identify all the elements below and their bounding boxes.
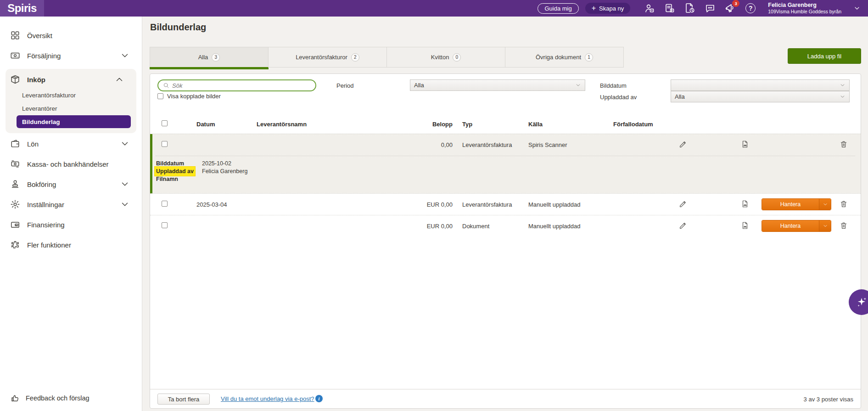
select-all-checkbox[interactable] (162, 120, 168, 126)
tab-leverantorsfakturor[interactable]: Leverantörsfakturor 2 (268, 47, 387, 68)
sidebar-item-fler-funktioner[interactable]: Fler funktioner (0, 236, 142, 253)
cash-icon (10, 159, 20, 169)
sidebar-spacer (0, 253, 142, 391)
row-checkbox[interactable] (162, 141, 168, 147)
reports-icon[interactable] (684, 3, 695, 14)
user-menu[interactable]: Felicia Garenberg 109Visma Humble Goddes… (768, 2, 841, 15)
cell-typ: Leverantörsfaktura (462, 141, 512, 148)
question-glyph: ? (745, 3, 756, 13)
upload-file-button[interactable]: Ladda upp fil (788, 48, 861, 64)
chevron-down-icon (840, 82, 846, 88)
view-image-button[interactable] (740, 199, 750, 209)
documents-icon[interactable] (664, 3, 675, 14)
chevron-down-icon[interactable] (819, 199, 831, 210)
tab-ovriga-dokument[interactable]: Övriga dokument 1 (505, 47, 624, 68)
sidebar-item-leverantorsfakturor[interactable]: Leverantörsfakturor (17, 89, 131, 101)
help-icon[interactable]: ? (745, 3, 756, 14)
search-icon (163, 82, 169, 89)
sidebar-item-forsaljning[interactable]: Försäljning (0, 47, 142, 64)
chevron-down-icon[interactable] (853, 5, 861, 12)
sidebar-label: Översikt (27, 32, 52, 39)
sidebar-label: Fler funktioner (27, 241, 71, 249)
wallet-icon (10, 139, 20, 149)
sidebar-item-finansiering[interactable]: Finansiering (0, 216, 142, 233)
bilddatum-select[interactable] (671, 79, 850, 91)
row-divider (156, 156, 855, 156)
chevron-down-icon[interactable] (819, 220, 831, 231)
sidebar-label: Bildunderlag (22, 118, 60, 125)
header-datum: Datum (196, 121, 215, 128)
spiris-logo[interactable]: Spiris (0, 0, 44, 17)
cell-belopp: EUR 0,00 (385, 201, 453, 208)
user-name: Felicia Garenberg (768, 2, 841, 9)
cell-typ: Leverantörsfaktura (462, 201, 512, 208)
sidebar-item-bildunderlag[interactable]: Bildunderlag (17, 115, 131, 128)
search-box (157, 79, 316, 91)
image-document-icon (741, 140, 749, 148)
announcements-icon[interactable]: 3 (725, 3, 736, 14)
sidebar-item-oversikt[interactable]: Översikt (0, 27, 142, 44)
sidebar-item-leverantorer[interactable]: Leverantörer (17, 102, 131, 115)
tab-kvitton[interactable]: Kvitton 0 (386, 47, 505, 68)
detail-value: 2025-10-02 (202, 160, 231, 167)
sidebar-label: Leverantörer (22, 105, 57, 112)
show-linked-images-checkbox[interactable] (157, 93, 163, 99)
sidebar-label: Kassa- och bankhändelser (27, 160, 109, 168)
tab-alla[interactable]: Alla 3 (150, 47, 269, 68)
sidebar-item-inkop[interactable]: Inköp (6, 71, 136, 88)
uppladdad-av-select[interactable]: Alla (671, 91, 850, 102)
header-typ: Typ (462, 121, 472, 128)
view-image-button[interactable] (740, 220, 750, 231)
hantera-label: Hantera (762, 220, 819, 231)
wallet-card-icon (10, 220, 20, 230)
cell-typ: Dokument (462, 223, 489, 230)
cell-belopp: 0,00 (385, 141, 453, 148)
hantera-button[interactable]: Hantera (762, 220, 831, 232)
period-select-value: Alla (414, 82, 424, 89)
email-documents-link[interactable]: Vill du ta emot underlag via e-post? (221, 395, 314, 402)
sidebar-item-installningar[interactable]: Inställningar (0, 196, 142, 213)
hantera-button[interactable]: Hantera (762, 198, 831, 210)
feedback-link[interactable]: Feedback och förslag (0, 391, 142, 405)
tab-bar: Alla 3 Leverantörsfakturor 2 Kvitton 0 Ö… (150, 47, 624, 68)
edit-button[interactable] (678, 199, 688, 209)
table-row[interactable]: 2025-03-04 EUR 0,00 Leverantörsfaktura M… (150, 193, 861, 215)
row-checkbox[interactable] (162, 201, 168, 207)
tab-count-badge: 2 (351, 53, 359, 62)
period-select[interactable]: Alla (410, 79, 585, 91)
edit-button[interactable] (678, 220, 688, 231)
search-input[interactable] (172, 82, 311, 89)
sidebar-label: Finansiering (27, 221, 65, 229)
cell-belopp: EUR 0,00 (385, 223, 453, 230)
chat-icon[interactable] (705, 3, 716, 14)
guide-me-button[interactable]: Guida mig (538, 3, 578, 14)
user-admin-icon[interactable] (644, 3, 655, 14)
create-new-button[interactable]: + Skapa ny (585, 3, 631, 14)
edit-button[interactable] (678, 139, 688, 149)
table-row[interactable]: 0,00 Leverantörsfaktura Spiris Scanner (150, 134, 861, 155)
stamp-icon (10, 179, 20, 189)
sidebar-item-kassa-bank[interactable]: Kassa- och bankhändelser (0, 155, 142, 173)
bilddatum-label: Bilddatum (600, 82, 627, 89)
delete-multiple-button[interactable]: Ta bort flera (157, 394, 210, 405)
table-header: Datum Leverantörsnamn Belopp Typ Källa F… (150, 118, 861, 131)
detail-label: Filnamn (156, 176, 178, 182)
trash-icon (840, 200, 848, 208)
detail-filnamn: Filnamn (156, 176, 178, 183)
pencil-icon (679, 200, 687, 208)
row-checkbox[interactable] (162, 222, 168, 228)
detail-value: Felicia Garenberg (202, 168, 247, 175)
sidebar-item-bokforing[interactable]: Bokföring (0, 175, 142, 193)
sidebar-item-lon[interactable]: Lön (0, 135, 142, 152)
records-count: 3 av 3 poster visas (804, 396, 853, 403)
table-row[interactable]: EUR 0,00 Dokument Manuellt uppladdad Han… (150, 215, 861, 236)
info-icon[interactable]: i (315, 395, 323, 402)
feedback-label: Feedback och förslag (26, 394, 90, 402)
tab-label: Övriga dokument (536, 54, 581, 61)
trash-icon (840, 140, 848, 148)
delete-button[interactable] (839, 220, 849, 231)
pencil-icon (679, 140, 687, 148)
delete-button[interactable] (839, 139, 849, 149)
view-image-button[interactable] (740, 139, 750, 149)
delete-button[interactable] (839, 199, 849, 209)
